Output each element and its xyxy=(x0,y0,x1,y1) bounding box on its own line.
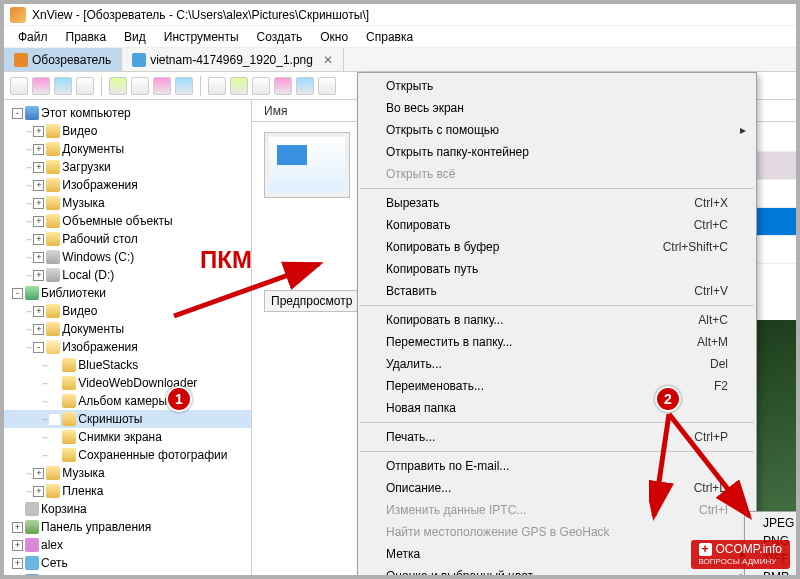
tree-item[interactable]: +Сеть xyxy=(4,554,251,572)
menu-file[interactable]: Файл xyxy=(10,28,56,46)
menu-item[interactable]: ВставитьCtrl+V xyxy=(358,280,756,302)
menu-help[interactable]: Справка xyxy=(358,28,421,46)
expand-icon[interactable]: + xyxy=(12,558,23,569)
tree-item[interactable]: ···Скриншоты xyxy=(4,410,251,428)
menu-item[interactable]: Печать...Ctrl+P xyxy=(358,426,756,448)
tree-item[interactable]: ···Альбом камеры xyxy=(4,392,251,410)
menu-item[interactable]: Копировать путь xyxy=(358,258,756,280)
expand-icon[interactable]: + xyxy=(33,198,44,209)
menu-item[interactable]: Во весь экран xyxy=(358,97,756,119)
tree-item[interactable]: ···+Музыка xyxy=(4,194,251,212)
tree-item[interactable]: ···+Документы xyxy=(4,320,251,338)
menu-item[interactable]: BMP xyxy=(745,568,799,579)
expand-icon[interactable]: + xyxy=(33,324,44,335)
expand-icon[interactable]: + xyxy=(33,126,44,137)
menu-item[interactable]: Открыть с помощью▸ xyxy=(358,119,756,141)
tab-image[interactable]: vietnam-4174969_1920_1.png ✕ xyxy=(122,48,344,71)
menu-item[interactable]: Новая папка xyxy=(358,397,756,419)
menu-item[interactable]: ВырезатьCtrl+X xyxy=(358,192,756,214)
expand-icon[interactable]: + xyxy=(33,144,44,155)
menu-item[interactable]: JPEG xyxy=(745,514,799,532)
menu-edit[interactable]: Правка xyxy=(58,28,115,46)
tree-item[interactable]: ···VideoWebDownloader xyxy=(4,374,251,392)
tb-btn[interactable] xyxy=(131,77,149,95)
expand-icon[interactable]: - xyxy=(33,342,44,353)
menu-item[interactable]: Переименовать...F2 xyxy=(358,375,756,397)
expand-icon[interactable]: + xyxy=(33,180,44,191)
tb-btn[interactable] xyxy=(230,77,248,95)
tb-btn[interactable] xyxy=(318,77,336,95)
expand-icon[interactable]: + xyxy=(12,522,23,533)
tree-item[interactable]: ···-Изображения xyxy=(4,338,251,356)
menu-create[interactable]: Создать xyxy=(249,28,311,46)
tree-item-label: Видео xyxy=(62,304,97,318)
tree-item[interactable]: ···Сохраненные фотографии xyxy=(4,446,251,464)
tree-item-label: Библиотеки xyxy=(41,286,106,300)
expand-icon[interactable]: + xyxy=(12,540,23,551)
expand-icon[interactable]: + xyxy=(33,306,44,317)
expand-icon[interactable]: + xyxy=(33,216,44,227)
menu-item[interactable]: Открыть xyxy=(358,75,756,97)
tree-item[interactable]: +OneDrive xyxy=(4,572,251,575)
tb-btn[interactable] xyxy=(76,77,94,95)
tab-browser[interactable]: Обозреватель xyxy=(4,48,122,71)
menu-item[interactable]: Копировать в буферCtrl+Shift+C xyxy=(358,236,756,258)
tb-btn[interactable] xyxy=(54,77,72,95)
tb-btn[interactable] xyxy=(109,77,127,95)
menu-shortcut: Ctrl+I xyxy=(699,503,728,517)
expand-icon[interactable]: + xyxy=(33,486,44,497)
folder-tree[interactable]: -Этот компьютер···+Видео···+Документы···… xyxy=(4,100,252,575)
menu-shortcut: Ctrl+C xyxy=(694,218,728,232)
expand-icon[interactable]: - xyxy=(12,288,23,299)
expand-icon[interactable]: - xyxy=(12,108,23,119)
expand-icon[interactable]: + xyxy=(33,162,44,173)
tb-btn[interactable] xyxy=(10,77,28,95)
menu-item[interactable]: Открыть папку-контейнер xyxy=(358,141,756,163)
menu-item[interactable]: КопироватьCtrl+C xyxy=(358,214,756,236)
tree-item[interactable]: +Панель управления xyxy=(4,518,251,536)
menu-item[interactable]: Переместить в папку...Alt+M xyxy=(358,331,756,353)
menu-item[interactable]: Копировать в папку...Alt+C xyxy=(358,309,756,331)
folder-icon xyxy=(62,376,76,390)
menu-item-label: Открыть xyxy=(386,79,433,93)
tb-btn[interactable] xyxy=(175,77,193,95)
tb-btn[interactable] xyxy=(296,77,314,95)
tb-btn[interactable] xyxy=(208,77,226,95)
tree-item[interactable]: ···+Загрузки xyxy=(4,158,251,176)
close-icon[interactable]: ✕ xyxy=(323,53,333,67)
tree-item[interactable]: ···+Видео xyxy=(4,302,251,320)
tree-item[interactable]: +alex xyxy=(4,536,251,554)
tree-item[interactable]: ···+Документы xyxy=(4,140,251,158)
expand-icon[interactable]: + xyxy=(33,252,44,263)
tab-label: vietnam-4174969_1920_1.png xyxy=(150,53,313,67)
menu-tools[interactable]: Инструменты xyxy=(156,28,247,46)
tb-btn[interactable] xyxy=(153,77,171,95)
tb-btn[interactable] xyxy=(274,77,292,95)
annotation-label: ПКМ xyxy=(200,246,252,274)
tree-item[interactable]: Корзина xyxy=(4,500,251,518)
menu-item-label: Метка xyxy=(386,547,420,561)
tree-item[interactable]: -Библиотеки xyxy=(4,284,251,302)
folder-icon xyxy=(46,466,60,480)
tree-item[interactable]: ···+Видео xyxy=(4,122,251,140)
tb-btn[interactable] xyxy=(252,77,270,95)
thumbnail[interactable] xyxy=(264,132,350,198)
tree-item[interactable]: ···+Музыка xyxy=(4,464,251,482)
menu-item[interactable]: Отправить по E-mail... xyxy=(358,455,756,477)
menu-item[interactable]: Удалить...Del xyxy=(358,353,756,375)
tb-btn[interactable] xyxy=(32,77,50,95)
tree-item[interactable]: ···+Объемные объекты xyxy=(4,212,251,230)
context-menu[interactable]: ОткрытьВо весь экранОткрыть с помощью▸От… xyxy=(357,72,757,579)
tree-item[interactable]: -Этот компьютер xyxy=(4,104,251,122)
tree-item[interactable]: ···+Изображения xyxy=(4,176,251,194)
tree-item[interactable]: ···+Пленка xyxy=(4,482,251,500)
tree-item-label: Сеть xyxy=(41,556,68,570)
expand-icon[interactable]: + xyxy=(33,234,44,245)
expand-icon[interactable]: + xyxy=(33,270,44,281)
tree-item[interactable]: ···Снимки экрана xyxy=(4,428,251,446)
tree-item[interactable]: ···BlueStacks xyxy=(4,356,251,374)
expand-icon[interactable]: + xyxy=(33,468,44,479)
menu-view[interactable]: Вид xyxy=(116,28,154,46)
menu-window[interactable]: Окно xyxy=(312,28,356,46)
menu-item[interactable]: Описание...Ctrl+D xyxy=(358,477,756,499)
